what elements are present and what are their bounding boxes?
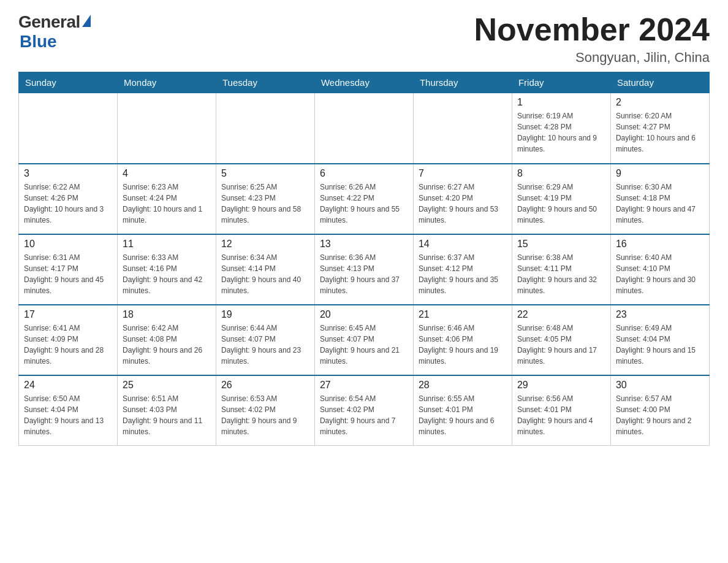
calendar-week-1: 1Sunrise: 6:19 AMSunset: 4:28 PMDaylight… — [19, 93, 710, 164]
day-number: 10 — [24, 239, 112, 250]
calendar-cell: 12Sunrise: 6:34 AMSunset: 4:14 PMDayligh… — [216, 234, 314, 305]
day-info: Sunrise: 6:33 AMSunset: 4:16 PMDaylight:… — [123, 252, 211, 296]
day-info: Sunrise: 6:46 AMSunset: 4:06 PMDaylight:… — [419, 323, 507, 367]
calendar-week-4: 17Sunrise: 6:41 AMSunset: 4:09 PMDayligh… — [19, 305, 710, 375]
calendar-cell: 22Sunrise: 6:48 AMSunset: 4:05 PMDayligh… — [512, 305, 610, 375]
logo-general-text: General — [18, 12, 80, 32]
day-number: 6 — [320, 168, 408, 179]
day-number: 12 — [221, 239, 309, 250]
day-info: Sunrise: 6:48 AMSunset: 4:05 PMDaylight:… — [517, 323, 605, 367]
day-number: 22 — [517, 309, 605, 320]
calendar-cell: 23Sunrise: 6:49 AMSunset: 4:04 PMDayligh… — [610, 305, 709, 375]
calendar-cell — [413, 93, 512, 164]
calendar-cell: 15Sunrise: 6:38 AMSunset: 4:11 PMDayligh… — [512, 234, 610, 305]
day-number: 9 — [616, 168, 704, 179]
calendar-header-saturday: Saturday — [610, 72, 709, 93]
calendar-header-sunday: Sunday — [19, 72, 118, 93]
day-number: 13 — [320, 239, 408, 250]
calendar-cell: 26Sunrise: 6:53 AMSunset: 4:02 PMDayligh… — [216, 375, 314, 446]
day-number: 2 — [616, 97, 704, 108]
day-number: 28 — [419, 380, 507, 391]
calendar-cell: 18Sunrise: 6:42 AMSunset: 4:08 PMDayligh… — [117, 305, 216, 375]
day-number: 25 — [123, 380, 211, 391]
calendar-cell: 24Sunrise: 6:50 AMSunset: 4:04 PMDayligh… — [19, 375, 118, 446]
calendar-cell: 25Sunrise: 6:51 AMSunset: 4:03 PMDayligh… — [117, 375, 216, 446]
day-number: 15 — [517, 239, 605, 250]
day-info: Sunrise: 6:50 AMSunset: 4:04 PMDaylight:… — [24, 393, 112, 437]
calendar-cell — [216, 93, 314, 164]
calendar-header-monday: Monday — [117, 72, 216, 93]
day-info: Sunrise: 6:55 AMSunset: 4:01 PMDaylight:… — [419, 393, 507, 437]
calendar-cell: 8Sunrise: 6:29 AMSunset: 4:19 PMDaylight… — [512, 164, 610, 234]
calendar-cell — [19, 93, 118, 164]
day-number: 7 — [419, 168, 507, 179]
day-number: 3 — [24, 168, 112, 179]
calendar-week-5: 24Sunrise: 6:50 AMSunset: 4:04 PMDayligh… — [19, 375, 710, 446]
calendar-cell: 14Sunrise: 6:37 AMSunset: 4:12 PMDayligh… — [413, 234, 512, 305]
logo: General Blue — [18, 12, 91, 52]
day-info: Sunrise: 6:40 AMSunset: 4:10 PMDaylight:… — [616, 252, 704, 296]
calendar-cell: 3Sunrise: 6:22 AMSunset: 4:26 PMDaylight… — [19, 164, 118, 234]
calendar-cell — [117, 93, 216, 164]
day-info: Sunrise: 6:29 AMSunset: 4:19 PMDaylight:… — [517, 182, 605, 226]
day-number: 19 — [221, 309, 309, 320]
day-info: Sunrise: 6:36 AMSunset: 4:13 PMDaylight:… — [320, 252, 408, 296]
day-number: 17 — [24, 309, 112, 320]
main-title: November 2024 — [474, 12, 710, 47]
day-info: Sunrise: 6:41 AMSunset: 4:09 PMDaylight:… — [24, 323, 112, 367]
day-info: Sunrise: 6:30 AMSunset: 4:18 PMDaylight:… — [616, 182, 704, 226]
day-number: 5 — [221, 168, 309, 179]
day-info: Sunrise: 6:27 AMSunset: 4:20 PMDaylight:… — [419, 182, 507, 226]
calendar-cell — [314, 93, 413, 164]
day-info: Sunrise: 6:34 AMSunset: 4:14 PMDaylight:… — [221, 252, 309, 296]
day-number: 26 — [221, 380, 309, 391]
calendar-header-row: SundayMondayTuesdayWednesdayThursdayFrid… — [19, 72, 710, 93]
calendar-cell: 5Sunrise: 6:25 AMSunset: 4:23 PMDaylight… — [216, 164, 314, 234]
calendar-week-2: 3Sunrise: 6:22 AMSunset: 4:26 PMDaylight… — [19, 164, 710, 234]
calendar-cell: 21Sunrise: 6:46 AMSunset: 4:06 PMDayligh… — [413, 305, 512, 375]
day-info: Sunrise: 6:51 AMSunset: 4:03 PMDaylight:… — [123, 393, 211, 437]
day-info: Sunrise: 6:25 AMSunset: 4:23 PMDaylight:… — [221, 182, 309, 226]
calendar-header-wednesday: Wednesday — [314, 72, 413, 93]
calendar-cell: 9Sunrise: 6:30 AMSunset: 4:18 PMDaylight… — [610, 164, 709, 234]
logo-triangle-icon — [82, 15, 91, 27]
calendar-cell: 30Sunrise: 6:57 AMSunset: 4:00 PMDayligh… — [610, 375, 709, 446]
calendar-header-thursday: Thursday — [413, 72, 512, 93]
calendar-cell: 19Sunrise: 6:44 AMSunset: 4:07 PMDayligh… — [216, 305, 314, 375]
day-number: 11 — [123, 239, 211, 250]
logo-blue-text: Blue — [20, 32, 57, 52]
calendar-cell: 1Sunrise: 6:19 AMSunset: 4:28 PMDaylight… — [512, 93, 610, 164]
day-info: Sunrise: 6:38 AMSunset: 4:11 PMDaylight:… — [517, 252, 605, 296]
day-info: Sunrise: 6:31 AMSunset: 4:17 PMDaylight:… — [24, 252, 112, 296]
day-info: Sunrise: 6:49 AMSunset: 4:04 PMDaylight:… — [616, 323, 704, 367]
day-number: 18 — [123, 309, 211, 320]
calendar-cell: 20Sunrise: 6:45 AMSunset: 4:07 PMDayligh… — [314, 305, 413, 375]
day-number: 1 — [517, 97, 605, 108]
calendar-cell: 10Sunrise: 6:31 AMSunset: 4:17 PMDayligh… — [19, 234, 118, 305]
day-info: Sunrise: 6:20 AMSunset: 4:27 PMDaylight:… — [616, 110, 704, 155]
day-number: 21 — [419, 309, 507, 320]
calendar-cell: 17Sunrise: 6:41 AMSunset: 4:09 PMDayligh… — [19, 305, 118, 375]
day-number: 27 — [320, 380, 408, 391]
day-number: 4 — [123, 168, 211, 179]
day-info: Sunrise: 6:22 AMSunset: 4:26 PMDaylight:… — [24, 182, 112, 226]
day-number: 30 — [616, 380, 704, 391]
calendar-cell: 6Sunrise: 6:26 AMSunset: 4:22 PMDaylight… — [314, 164, 413, 234]
calendar: SundayMondayTuesdayWednesdayThursdayFrid… — [18, 72, 710, 446]
calendar-cell: 28Sunrise: 6:55 AMSunset: 4:01 PMDayligh… — [413, 375, 512, 446]
day-info: Sunrise: 6:56 AMSunset: 4:01 PMDaylight:… — [517, 393, 605, 437]
header: General Blue November 2024 Songyuan, Jil… — [18, 12, 710, 66]
day-info: Sunrise: 6:53 AMSunset: 4:02 PMDaylight:… — [221, 393, 309, 437]
calendar-week-3: 10Sunrise: 6:31 AMSunset: 4:17 PMDayligh… — [19, 234, 710, 305]
calendar-cell: 4Sunrise: 6:23 AMSunset: 4:24 PMDaylight… — [117, 164, 216, 234]
calendar-cell: 27Sunrise: 6:54 AMSunset: 4:02 PMDayligh… — [314, 375, 413, 446]
calendar-cell: 11Sunrise: 6:33 AMSunset: 4:16 PMDayligh… — [117, 234, 216, 305]
calendar-cell: 2Sunrise: 6:20 AMSunset: 4:27 PMDaylight… — [610, 93, 709, 164]
calendar-header-friday: Friday — [512, 72, 610, 93]
day-number: 24 — [24, 380, 112, 391]
calendar-cell: 16Sunrise: 6:40 AMSunset: 4:10 PMDayligh… — [610, 234, 709, 305]
calendar-header-tuesday: Tuesday — [216, 72, 314, 93]
calendar-cell: 7Sunrise: 6:27 AMSunset: 4:20 PMDaylight… — [413, 164, 512, 234]
calendar-cell: 13Sunrise: 6:36 AMSunset: 4:13 PMDayligh… — [314, 234, 413, 305]
day-number: 14 — [419, 239, 507, 250]
